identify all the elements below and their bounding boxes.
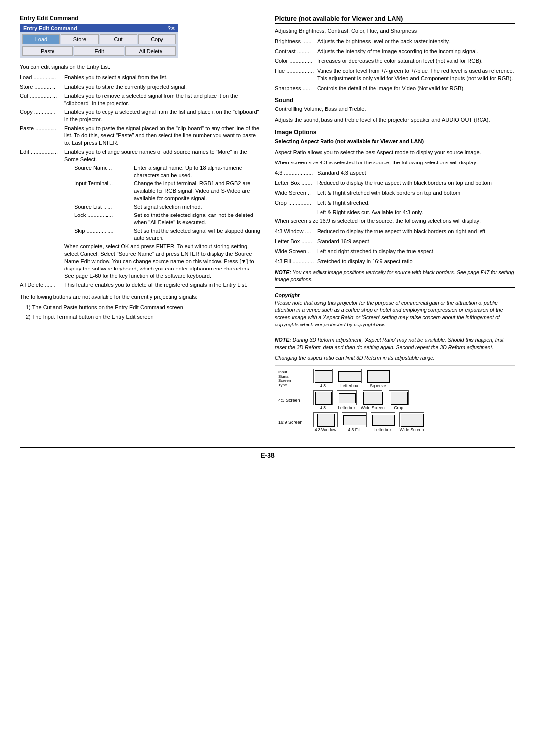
divider2 bbox=[275, 332, 515, 332]
entry-edit-buttons-row1: Load Store Cut Copy bbox=[20, 32, 178, 46]
list-item: Cut .................. Enables you to re… bbox=[20, 92, 260, 107]
sub-term-4: Skip .................. bbox=[74, 227, 134, 242]
43-def: Standard 4:3 aspect bbox=[317, 169, 515, 177]
crop-term: Crop ............... bbox=[275, 199, 317, 207]
all-delete-button[interactable]: All Delete bbox=[125, 46, 176, 56]
note2-label: NOTE: bbox=[275, 337, 291, 343]
list-item: 4:3 ................... Standard 4:3 asp… bbox=[275, 169, 515, 177]
sharpness-term: Sharpness ...... bbox=[275, 85, 317, 92]
sub-def-4: Set so that the selected signal will be … bbox=[134, 227, 260, 242]
copyright-text: Please note that using this projector fo… bbox=[275, 300, 503, 327]
def-paste: Enables you to paste the signal placed o… bbox=[64, 125, 260, 147]
intro-text: You can edit signals on the Entry List. bbox=[20, 63, 260, 71]
numbered-item-2: 2) The Input Terminal button on the Entr… bbox=[26, 313, 260, 321]
diag-screen-item: Letterbox bbox=[337, 390, 357, 410]
note1-text: You can adjust image positions verticall… bbox=[275, 270, 514, 283]
sub-def-1: Change the input terminal. RGB1 and RGB2… bbox=[134, 180, 260, 202]
list-item: Wide Screen .. Left and right streched t… bbox=[275, 248, 515, 255]
brightness-def: Adjusts the brightness level or the back… bbox=[317, 38, 515, 45]
diag-header-screens: 4:3 Letterbox Squeeze bbox=[313, 369, 390, 388]
paste-button[interactable]: Paste bbox=[22, 46, 73, 56]
brightness-term: Brightness ...... bbox=[275, 38, 317, 45]
diag-43screen-row: 4:3 Screen 4:3 Letterbox bbox=[278, 390, 512, 410]
widescreen-169-term: Wide Screen .. bbox=[275, 248, 317, 255]
color-def: Increases or decreases the color saturat… bbox=[317, 57, 515, 65]
color-term: Color ............... bbox=[275, 57, 317, 65]
43fill-term: 4:3 Fill .............. bbox=[275, 258, 317, 265]
contrast-def: Adjusts the intensity of the image accor… bbox=[317, 48, 515, 55]
sound-desc: Adjusts the sound, bass and treble level… bbox=[275, 116, 515, 124]
diag-header-label: InputSignalScreenType bbox=[278, 370, 313, 387]
list-item: Lock ................. Set so that the s… bbox=[74, 212, 260, 226]
load-button[interactable]: Load bbox=[22, 34, 60, 44]
letterbox-169-def: Standard 16:9 aspect bbox=[317, 238, 515, 245]
sub-def-0: Enter a signal name. Up to 18 alpha-nume… bbox=[134, 164, 260, 179]
left-column: Entry Edit Command Entry Edit Command ?✕… bbox=[20, 15, 260, 437]
diag-label-43: 4:3 bbox=[320, 383, 326, 388]
entry-edit-title: Entry Edit Command bbox=[20, 15, 260, 22]
43window-def: Reduced to display the true aspect with … bbox=[317, 228, 515, 235]
aspect-169-desc: When screen size 16:9 is selected for th… bbox=[275, 217, 515, 225]
image-options-title: Image Options bbox=[275, 129, 515, 136]
note3: Changing the aspect ratio can limit 3D R… bbox=[275, 354, 515, 362]
sub-def-2: Set signal selection method. bbox=[134, 203, 260, 211]
diag-screen-item: Crop bbox=[389, 390, 409, 410]
diag-43screen-label: 4:3 Screen bbox=[278, 398, 313, 403]
diag-169screen-label1: 4:3 Window bbox=[315, 427, 336, 432]
term-load: Load ............... bbox=[20, 74, 64, 81]
def-all-delete: This feature enables you to delete all t… bbox=[64, 281, 260, 289]
list-item: Contrast ......... Adjusts the intensity… bbox=[275, 48, 515, 55]
aspect-diagram: InputSignalScreenType 4:3 Letterbox bbox=[275, 365, 515, 437]
diag-screen-item: Letterbox bbox=[371, 412, 395, 432]
hue-def: Varies the color level from +/- green to… bbox=[317, 67, 515, 82]
page-footer: E-38 bbox=[20, 447, 515, 459]
def-store: Enables you to store the currently proje… bbox=[64, 83, 260, 91]
edit-button[interactable]: Edit bbox=[74, 46, 124, 56]
diag-screen-item: Letterbox bbox=[337, 369, 362, 388]
aspect-ratio-desc2: When screen size 4:3 is selected for the… bbox=[275, 159, 515, 166]
sound-intro: Controllling Volume, Bass and Treble. bbox=[275, 106, 515, 113]
diag-screen-item: Wide Screen bbox=[399, 412, 424, 432]
list-item: Wide Screen .. Left & Right stretched wi… bbox=[275, 189, 515, 197]
diag-169screen-label: 16:9 Screen bbox=[278, 420, 313, 425]
widescreen-43-term: Wide Screen .. bbox=[275, 189, 317, 197]
letterbox-43-def: Reduced to display the true aspect with … bbox=[317, 179, 515, 187]
43fill-def: Stretched to display in 16:9 aspect rati… bbox=[317, 258, 515, 265]
sub-term-0: Source Name .. bbox=[74, 164, 134, 179]
list-item: Load ............... Enables you to sele… bbox=[20, 74, 260, 81]
hue-term: Hue .................. bbox=[275, 67, 317, 82]
edit-paragraph: When complete, select OK and press ENTER… bbox=[64, 243, 260, 279]
aspect-ratio-subtitle: Selecting Aspect Ratio (not available fo… bbox=[275, 138, 515, 145]
all-delete-item: All Delete ....... This feature enables … bbox=[20, 281, 260, 289]
sound-title: Sound bbox=[275, 97, 515, 104]
widescreen-43-def: Left & Right stretched with black border… bbox=[317, 189, 515, 197]
list-item: Brightness ...... Adjusts the brightness… bbox=[275, 38, 515, 45]
store-button[interactable]: Store bbox=[61, 34, 99, 44]
entry-edit-box-title: Entry Edit Command ?✕ bbox=[20, 24, 178, 32]
picture-items: Brightness ...... Adjusts the brightness… bbox=[275, 38, 515, 92]
copy-button[interactable]: Copy bbox=[138, 34, 176, 44]
diag-screen-item: Squeeze bbox=[366, 369, 390, 388]
list-item: Source Name .. Enter a signal name. Up t… bbox=[74, 164, 260, 179]
aspect-43-items: 4:3 ................... Standard 4:3 asp… bbox=[275, 169, 515, 206]
diag-label-letterbox: Letterbox bbox=[340, 383, 358, 388]
diag-169screen-screens: 4:3 Window 4:3 Fill Letterbox bbox=[313, 412, 424, 432]
list-item: Hue .................. Varies the color … bbox=[275, 67, 515, 82]
numbered-item-1: 1) The Cut and Paste buttons on the Entr… bbox=[26, 304, 260, 311]
def-cut: Enables you to remove a selected signal … bbox=[64, 92, 260, 107]
def-load: Enables you to select a signal from the … bbox=[64, 74, 260, 81]
diag-43screen-label2: Letterbox bbox=[338, 405, 355, 410]
list-item: Sharpness ...... Controls the detail of … bbox=[275, 85, 515, 92]
aspect-ratio-desc1: Aspect Ratio allows you to select the be… bbox=[275, 149, 515, 156]
edit-sub-items: Source Name .. Enter a signal name. Up t… bbox=[20, 164, 260, 242]
list-item: Color ............... Increases or decre… bbox=[275, 57, 515, 65]
diag-label-squeeze: Squeeze bbox=[370, 383, 386, 388]
crop-sub: Left & Right sides cut. Available for 4:… bbox=[317, 209, 515, 215]
sharpness-def: Controls the detail of the image for Vid… bbox=[317, 85, 515, 92]
list-item: Source List ...... Set signal selection … bbox=[74, 203, 260, 211]
cut-button[interactable]: Cut bbox=[100, 34, 137, 44]
list-item: Crop ............... Left & Right strech… bbox=[275, 199, 515, 207]
list-item: Store .............. Enables you to stor… bbox=[20, 83, 260, 91]
widescreen-169-def: Left and right streched to display the t… bbox=[317, 248, 515, 255]
list-item: Skip .................. Set so that the … bbox=[74, 227, 260, 242]
